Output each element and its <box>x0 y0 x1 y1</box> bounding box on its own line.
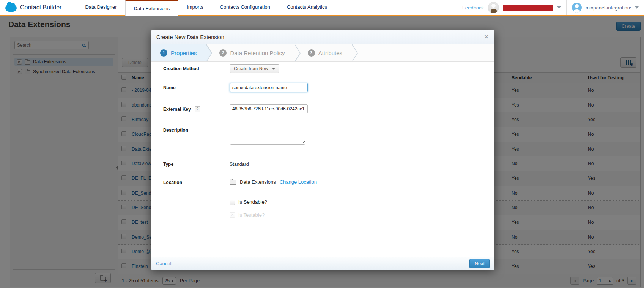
is-testable-row: Is Testable? <box>230 212 265 218</box>
modal-header: Create New Data Extension ✕ <box>151 30 494 44</box>
nav-item-imports[interactable]: Imports <box>178 0 211 15</box>
modal-body: Creation Method Create from New Name Ext… <box>151 62 494 257</box>
name-field[interactable] <box>230 83 308 92</box>
modal-title: Create New Data Extension <box>156 34 224 40</box>
cancel-link[interactable]: Cancel <box>156 261 171 266</box>
nav-item-data-designer[interactable]: Data Designer <box>77 0 125 15</box>
nav-item-data-extensions[interactable]: Data Extensions <box>125 0 179 16</box>
external-key-field[interactable] <box>230 104 308 113</box>
is-sendable-checkbox[interactable] <box>230 200 235 205</box>
is-sendable-row: Is Sendable? <box>230 199 267 205</box>
is-sendable-label: Is Sendable? <box>238 199 267 205</box>
step-data-retention-policy[interactable]: 2 Data Retention Policy <box>206 44 294 61</box>
folder-icon <box>230 180 236 185</box>
modal-footer: Cancel Next <box>151 257 494 270</box>
salesforce-cloud-icon <box>5 5 17 12</box>
main-nav: Data Designer Data Extensions Imports Co… <box>77 0 335 16</box>
name-label: Name <box>163 83 230 90</box>
step-attributes[interactable]: 3 Attributes <box>295 44 352 61</box>
external-key-label: External Key ? <box>163 104 230 112</box>
redacted-org-name <box>503 5 553 11</box>
nav-divider <box>566 0 567 15</box>
app-window: Contact Builder Data Designer Data Exten… <box>0 0 644 288</box>
type-value: Standard <box>230 160 249 167</box>
brand[interactable]: Contact Builder <box>0 4 77 12</box>
nav-item-contacts-configuration[interactable]: Contacts Configuration <box>212 0 279 15</box>
account-chevron-down-icon[interactable] <box>635 6 639 9</box>
location-label: Location <box>163 178 230 185</box>
wizard-steps: 1 Properties 2 Data Retention Policy 3 A… <box>151 44 494 62</box>
change-location-link[interactable]: Change Location <box>280 179 317 185</box>
creation-method-dropdown[interactable]: Create from New <box>230 64 279 73</box>
brand-name: Contact Builder <box>20 4 61 11</box>
step-properties[interactable]: 1 Properties <box>151 44 206 61</box>
type-label: Type <box>163 160 230 167</box>
einstein-avatar[interactable] <box>488 2 499 13</box>
description-field[interactable] <box>230 126 305 145</box>
location-value: Data Extensions <box>240 179 276 185</box>
chevron-down-icon <box>272 68 275 70</box>
next-button[interactable]: Next <box>469 259 490 268</box>
user-avatar-icon[interactable] <box>572 3 582 13</box>
description-label: Description <box>163 126 230 133</box>
top-nav: Contact Builder Data Designer Data Exten… <box>0 0 644 16</box>
nav-item-contacts-analytics[interactable]: Contacts Analytics <box>279 0 335 15</box>
is-testable-checkbox <box>230 212 235 218</box>
feedback-link[interactable]: Feedback <box>462 5 484 11</box>
creation-method-label: Creation Method <box>163 64 230 71</box>
help-icon[interactable]: ? <box>195 106 200 112</box>
close-icon[interactable]: ✕ <box>484 34 489 40</box>
is-testable-label: Is Testable? <box>238 212 265 218</box>
create-data-extension-modal: Create New Data Extension ✕ 1 Properties… <box>151 30 494 270</box>
chevron-down-icon[interactable] <box>557 6 561 9</box>
account-name: mixpanel-integrations... <box>586 5 631 11</box>
